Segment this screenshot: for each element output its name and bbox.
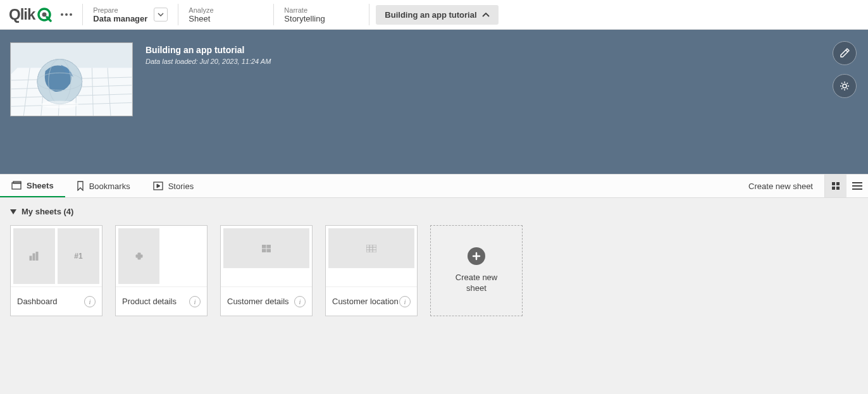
preview-tile — [13, 228, 55, 284]
info-icon[interactable]: i — [399, 296, 411, 307]
sheet-cards: #1 Dashboard i Product details i — [0, 225, 868, 316]
nav-prepare[interactable]: Prepare Data manager — [83, 0, 178, 29]
sheet-card-customer-location[interactable]: Customer location i — [325, 225, 418, 316]
sheet-name: Customer details — [227, 297, 289, 306]
svg-point-22 — [41, 101, 78, 108]
sheet-card-product-details[interactable]: Product details i — [115, 225, 208, 316]
sheet-card-customer-details[interactable]: Customer details i — [220, 225, 313, 316]
sheet-preview: #1 — [11, 226, 102, 286]
more-menu-button[interactable] — [57, 5, 76, 24]
svg-rect-35 — [33, 254, 35, 261]
sheets-icon — [11, 181, 22, 190]
table-icon — [366, 245, 376, 252]
list-view-button[interactable] — [846, 175, 868, 197]
sheet-preview — [116, 226, 207, 286]
brand-q-icon — [37, 7, 52, 22]
grid-view-button[interactable] — [825, 175, 846, 197]
list-view-icon — [852, 182, 862, 190]
svg-point-23 — [843, 84, 846, 88]
extension-icon — [135, 252, 144, 261]
svg-rect-37 — [262, 245, 266, 248]
logo-cell: Qlik — [0, 0, 82, 29]
preview-tile — [328, 228, 414, 268]
svg-rect-34 — [30, 256, 32, 261]
pencil-icon — [839, 47, 850, 59]
svg-rect-29 — [832, 187, 835, 190]
nav-value: Storytelling — [284, 14, 325, 23]
svg-rect-31 — [852, 182, 862, 183]
svg-rect-41 — [366, 245, 376, 252]
content-tabs-bar: Sheets Bookmarks Stories Create new shee… — [0, 174, 868, 198]
svg-rect-33 — [852, 188, 862, 190]
gear-icon — [839, 80, 850, 92]
tab-label: Sheets — [27, 181, 54, 190]
caret-down-icon — [10, 209, 16, 214]
play-story-icon — [153, 182, 163, 190]
svg-rect-39 — [262, 249, 266, 252]
app-hero: Building an app tutorial Data last loade… — [0, 30, 868, 174]
sheet-card-dashboard[interactable]: #1 Dashboard i — [10, 225, 102, 316]
bookmark-icon — [77, 181, 84, 191]
nav-value: Data manager — [93, 14, 147, 23]
sheet-preview — [326, 226, 417, 286]
sheet-name: Dashboard — [17, 297, 58, 306]
tab-label: Stories — [168, 182, 194, 191]
create-label: Create new sheet — [748, 182, 813, 191]
create-new-sheet-card[interactable]: Create new sheet — [430, 225, 523, 316]
bar-chart-icon — [29, 252, 39, 261]
app-last-loaded: Data last loaded: Jul 20, 2023, 11:24 AM — [146, 58, 271, 65]
preview-tile — [118, 228, 159, 284]
svg-rect-38 — [267, 245, 271, 248]
brand-text: Qlik — [9, 6, 35, 23]
app-settings-button[interactable] — [833, 74, 857, 98]
tab-sheets[interactable]: Sheets — [0, 175, 65, 197]
nav-label: Analyze — [189, 6, 213, 14]
plus-icon — [468, 247, 485, 265]
app-pill-container: Building an app tutorial — [369, 0, 504, 29]
app-pill-label: Building an app tutorial — [385, 10, 476, 20]
brand-logo[interactable]: Qlik — [9, 6, 52, 23]
svg-point-4 — [70, 13, 72, 16]
tab-label: Bookmarks — [89, 182, 130, 191]
nav-analyze[interactable]: Analyze Sheet — [178, 0, 273, 29]
svg-rect-28 — [836, 182, 840, 185]
section-heading: My sheets (4) — [22, 207, 73, 216]
tab-stories[interactable]: Stories — [142, 175, 205, 197]
nav-label: Prepare — [93, 6, 147, 14]
svg-rect-32 — [852, 185, 862, 187]
svg-rect-30 — [836, 187, 840, 190]
sheet-card-footer: Dashboard i — [11, 286, 102, 316]
svg-point-3 — [65, 13, 68, 16]
create-new-sheet-link[interactable]: Create new sheet — [737, 175, 824, 197]
sheet-card-footer: Customer location i — [326, 286, 417, 316]
sheet-preview — [221, 226, 312, 286]
my-sheets-section-toggle[interactable]: My sheets (4) — [0, 198, 868, 225]
info-icon[interactable]: i — [189, 296, 201, 307]
nav-value: Sheet — [189, 14, 213, 23]
spacer — [205, 175, 737, 197]
app-title: Building an app tutorial — [146, 45, 271, 55]
svg-rect-27 — [832, 182, 835, 185]
info-icon[interactable]: i — [84, 296, 96, 307]
app-thumbnail — [10, 42, 133, 116]
more-icon — [61, 13, 72, 16]
sheet-name: Product details — [122, 297, 177, 306]
svg-rect-40 — [267, 249, 271, 252]
sheet-name: Customer location — [332, 297, 399, 306]
grid-view-icon — [831, 182, 840, 190]
sheet-card-footer: Customer details i — [221, 286, 312, 316]
object-icon — [262, 245, 271, 252]
nav-label: Narrate — [284, 6, 325, 14]
nav-prepare-dropdown[interactable] — [154, 8, 168, 22]
edit-app-button[interactable] — [833, 41, 857, 65]
svg-rect-36 — [36, 252, 38, 261]
preview-tile — [223, 228, 309, 268]
app-overview-pill[interactable]: Building an app tutorial — [376, 5, 498, 25]
tab-bookmarks[interactable]: Bookmarks — [65, 175, 142, 197]
svg-point-2 — [61, 13, 63, 16]
hero-texts: Building an app tutorial Data last loade… — [146, 42, 271, 161]
create-new-sheet-label: Create new sheet — [448, 273, 505, 294]
nav-narrate[interactable]: Narrate Storytelling — [274, 0, 369, 29]
info-icon[interactable]: i — [294, 296, 306, 307]
chevron-up-icon — [482, 13, 490, 17]
